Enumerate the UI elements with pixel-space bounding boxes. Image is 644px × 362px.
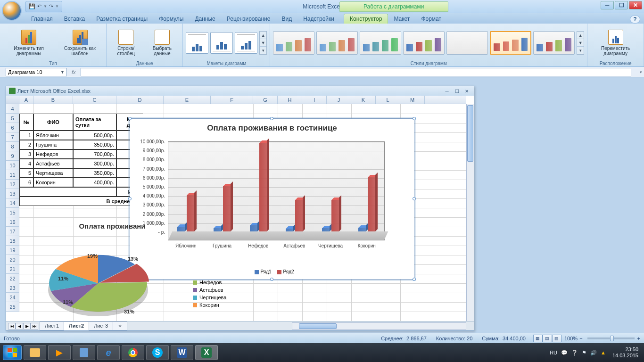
- table-cell[interactable]: 5: [19, 168, 33, 178]
- table-header[interactable]: Оплата за сутки: [73, 114, 116, 131]
- minimize-button[interactable]: ─: [601, 1, 614, 9]
- row-header-24[interactable]: 24: [6, 293, 19, 302]
- chart-bar[interactable]: [286, 229, 293, 231]
- taskbar-ie[interactable]: e: [97, 345, 120, 360]
- tab-review[interactable]: Рецензирование: [221, 14, 276, 24]
- pie-legend-item[interactable]: Астафьев: [193, 287, 226, 293]
- row-header-13[interactable]: 13: [6, 189, 19, 198]
- pie-plot[interactable]: 13% 31% 11% 11% 19%: [44, 243, 152, 321]
- col-header-L[interactable]: L: [376, 96, 400, 104]
- chart-style-2[interactable]: [316, 31, 358, 55]
- tab-data[interactable]: Данные: [189, 14, 221, 24]
- chart-style-1[interactable]: [273, 31, 314, 55]
- qat-undo-icon[interactable]: ↶: [37, 3, 41, 9]
- select-all-corner[interactable]: [6, 96, 19, 104]
- table-cell[interactable]: 350,00р.: [73, 168, 116, 178]
- pie-legend-item[interactable]: Кокорин: [193, 302, 226, 308]
- sheet-nav-last-icon[interactable]: ⏭: [31, 323, 38, 329]
- chart-bar[interactable]: [322, 228, 330, 231]
- expand-gallery-icon[interactable]: ▾: [577, 47, 584, 54]
- expand-gallery-icon[interactable]: ▾: [260, 47, 266, 54]
- row-header-20[interactable]: 20: [6, 255, 19, 264]
- col-header-J[interactable]: J: [327, 96, 351, 104]
- col-header-K[interactable]: K: [351, 96, 376, 104]
- zoom-slider-thumb[interactable]: [610, 336, 614, 341]
- fx-icon[interactable]: fx: [72, 69, 76, 75]
- col-header-F[interactable]: F: [211, 96, 253, 104]
- row-header-7[interactable]: 7: [6, 132, 19, 142]
- row-header-23[interactable]: 23: [6, 283, 19, 293]
- qat-undo-dropdown-icon[interactable]: ▼: [43, 4, 47, 8]
- horizontal-scrollbar[interactable]: [292, 322, 466, 330]
- taskbar-excel[interactable]: X: [195, 345, 218, 360]
- hscroll-thumb[interactable]: [299, 323, 337, 329]
- spreadsheet-grid[interactable]: ABCDEFGHIJKLM 45678910111213141516171819…: [6, 96, 474, 321]
- table-cell[interactable]: 2: [19, 140, 33, 149]
- select-data-button[interactable]: Выбрать данные: [145, 29, 180, 57]
- col-header-C[interactable]: C: [73, 96, 116, 104]
- sheet-nav-first-icon[interactable]: ⏮: [8, 323, 16, 329]
- row-header-11[interactable]: 11: [6, 170, 19, 180]
- taskbar-word[interactable]: W: [171, 345, 193, 360]
- move-chart-button[interactable]: Переместить диаграмму: [590, 29, 641, 57]
- chart-bar[interactable]: [259, 143, 267, 231]
- chart-bar[interactable]: [368, 177, 375, 231]
- table-cell[interactable]: 300,00р.: [73, 159, 116, 168]
- formula-input[interactable]: [81, 68, 631, 76]
- formula-expand-icon[interactable]: ▾: [640, 70, 642, 74]
- table-cell[interactable]: [19, 187, 116, 197]
- col-header-E[interactable]: E: [164, 96, 211, 104]
- col-header-G[interactable]: G: [253, 96, 278, 104]
- change-chart-type-button[interactable]: Изменить тип диаграммы: [3, 29, 55, 57]
- row-header-18[interactable]: 18: [6, 236, 19, 246]
- row-header-22[interactable]: 22: [6, 274, 19, 283]
- layouts-gallery-scroll[interactable]: ▲▼▾: [259, 31, 267, 55]
- switch-row-col-button[interactable]: Строка/столбец: [109, 29, 143, 57]
- tray-help-icon[interactable]: ❔: [571, 350, 578, 356]
- start-button[interactable]: [3, 345, 22, 360]
- col-header-M[interactable]: M: [400, 96, 425, 104]
- zoom-level[interactable]: 100%: [564, 336, 578, 341]
- row-header-25[interactable]: 25: [6, 302, 19, 312]
- chart-bar[interactable]: [358, 228, 366, 231]
- row-header-8[interactable]: 8: [6, 142, 19, 151]
- col-header-B[interactable]: B: [33, 96, 73, 104]
- chart-object-pie[interactable]: Оплата проживани 13%: [30, 222, 195, 321]
- tab-format[interactable]: Формат: [415, 14, 447, 24]
- sheet-tab-Лист1[interactable]: Лист1: [40, 321, 64, 330]
- pie-legend-item[interactable]: Чертищева: [193, 295, 226, 300]
- scroll-down-icon[interactable]: ▼: [577, 39, 584, 47]
- row-header-21[interactable]: 21: [6, 264, 19, 274]
- row-header-6[interactable]: 6: [6, 123, 19, 132]
- maximize-button[interactable]: ☐: [615, 1, 628, 9]
- table-header[interactable]: №: [19, 114, 33, 131]
- row-header-16[interactable]: 16: [6, 217, 19, 227]
- chart-style-4[interactable]: [403, 31, 445, 55]
- chart-style-5[interactable]: [446, 31, 488, 55]
- table-cell[interactable]: 700,00р.: [73, 149, 116, 159]
- table-footer[interactable]: В среднем на: [19, 197, 143, 206]
- view-page-layout-icon[interactable]: ▤: [543, 335, 552, 342]
- pie-legend[interactable]: НефедовАстафьевЧертищеваКокорин: [193, 280, 226, 310]
- chart-bar[interactable]: [331, 200, 339, 231]
- chart-title[interactable]: Оплата проживания в гостинице: [130, 119, 414, 138]
- row-header-14[interactable]: 14: [6, 198, 19, 208]
- sheet-tab-Лист3[interactable]: Лист3: [89, 321, 113, 330]
- taskbar-media[interactable]: ▶: [48, 345, 71, 360]
- tray-network-icon[interactable]: 🔊: [590, 350, 597, 356]
- row-header-19[interactable]: 19: [6, 246, 19, 255]
- col-header-A[interactable]: A: [19, 96, 33, 104]
- qat-redo-icon[interactable]: ↷: [49, 3, 53, 9]
- table-cell[interactable]: 350,00р.: [73, 140, 116, 149]
- tab-page-layout[interactable]: Разметка страницы: [91, 14, 153, 24]
- tab-layout[interactable]: Макет: [388, 14, 415, 24]
- table-header[interactable]: ФИО: [33, 114, 73, 131]
- tab-formulas[interactable]: Формулы: [153, 14, 189, 24]
- table-cell[interactable]: Чертищева: [33, 168, 73, 178]
- chart-layout-1[interactable]: [186, 32, 208, 54]
- table-cell[interactable]: Яблочкин: [33, 131, 73, 140]
- table-cell[interactable]: Кокорин: [33, 178, 73, 187]
- insert-sheet-button[interactable]: ✧: [113, 321, 127, 330]
- tray-language[interactable]: RU: [550, 350, 557, 355]
- tray-clock[interactable]: 23:50 14.03.2015: [610, 346, 641, 359]
